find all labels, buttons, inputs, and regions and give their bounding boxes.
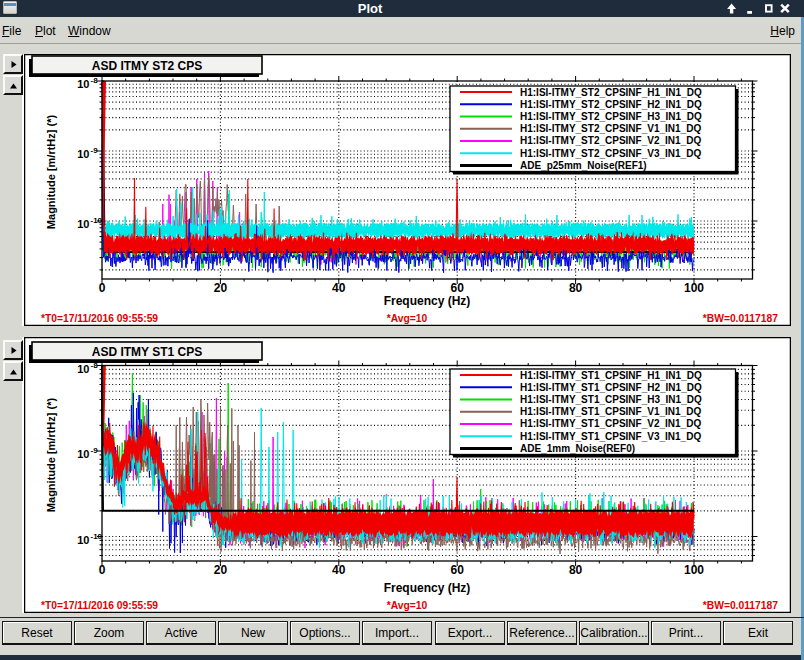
svg-text:80: 80	[569, 281, 583, 295]
svg-text:H1:ISI-ITMY_ST1_CPSINF_V3_IN1_: H1:ISI-ITMY_ST1_CPSINF_V3_IN1_DQ	[520, 431, 701, 442]
svg-text:20: 20	[214, 563, 228, 577]
svg-text:-10: -10	[91, 216, 103, 225]
svg-text:-9: -9	[91, 446, 99, 455]
svg-text:H1:ISI-ITMY_ST2_CPSINF_H2_IN1_: H1:ISI-ITMY_ST2_CPSINF_H2_IN1_DQ	[520, 99, 702, 110]
svg-text:20: 20	[214, 281, 228, 295]
svg-text:60: 60	[451, 281, 465, 295]
svg-text:H1:ISI-ITMY_ST1_CPSINF_H1_IN1_: H1:ISI-ITMY_ST1_CPSINF_H1_IN1_DQ	[520, 370, 702, 381]
svg-text:ADE_1mm_Noise(REF0): ADE_1mm_Noise(REF0)	[520, 443, 635, 454]
svg-text:0: 0	[99, 281, 106, 295]
svg-text:10: 10	[77, 448, 89, 460]
svg-text:60: 60	[451, 563, 465, 577]
svg-text:10: 10	[77, 218, 89, 230]
svg-text:100: 100	[684, 563, 704, 577]
svg-text:Magnitude [m/rtHz] (*): Magnitude [m/rtHz] (*)	[45, 115, 57, 230]
svg-text:Magnitude [m/rtHz] (*): Magnitude [m/rtHz] (*)	[45, 398, 57, 513]
svg-text:H1:ISI-ITMY_ST2_CPSINF_V3_IN1_: H1:ISI-ITMY_ST2_CPSINF_V3_IN1_DQ	[520, 148, 701, 159]
svg-text:H1:ISI-ITMY_ST1_CPSINF_H2_IN1_: H1:ISI-ITMY_ST1_CPSINF_H2_IN1_DQ	[520, 382, 702, 393]
svg-text:-10: -10	[91, 532, 103, 541]
svg-text:ADE_p25mm_Noise(REF1): ADE_p25mm_Noise(REF1)	[520, 160, 647, 171]
svg-text:0: 0	[99, 563, 106, 577]
svg-text:H1:ISI-ITMY_ST2_CPSINF_H3_IN1_: H1:ISI-ITMY_ST2_CPSINF_H3_IN1_DQ	[520, 111, 702, 122]
svg-text:H1:ISI-ITMY_ST2_CPSINF_H1_IN1_: H1:ISI-ITMY_ST2_CPSINF_H1_IN1_DQ	[520, 87, 702, 98]
svg-text:Frequency (Hz): Frequency (Hz)	[384, 294, 471, 308]
svg-text:*T0=17/11/2016 09:55:59: *T0=17/11/2016 09:55:59	[41, 600, 158, 611]
svg-text:*Avg=10: *Avg=10	[387, 600, 428, 611]
svg-text:-8: -8	[91, 76, 99, 85]
svg-text:*BW=0.0117187: *BW=0.0117187	[703, 313, 779, 324]
svg-text:H1:ISI-ITMY_ST2_CPSINF_V1_IN1_: H1:ISI-ITMY_ST2_CPSINF_V1_IN1_DQ	[520, 123, 701, 134]
svg-text:10: 10	[77, 148, 89, 160]
svg-text:H1:ISI-ITMY_ST1_CPSINF_H3_IN1_: H1:ISI-ITMY_ST1_CPSINF_H3_IN1_DQ	[520, 394, 702, 405]
svg-text:40: 40	[332, 281, 346, 295]
svg-text:*T0=17/11/2016 09:55:59: *T0=17/11/2016 09:55:59	[41, 313, 158, 324]
svg-text:10: 10	[77, 78, 89, 90]
svg-text:10: 10	[77, 534, 89, 546]
svg-text:-9: -9	[91, 146, 99, 155]
svg-text:H1:ISI-ITMY_ST2_CPSINF_V2_IN1_: H1:ISI-ITMY_ST2_CPSINF_V2_IN1_DQ	[520, 135, 701, 146]
svg-text:80: 80	[569, 563, 583, 577]
svg-text:10: 10	[77, 363, 89, 375]
svg-text:40: 40	[332, 563, 346, 577]
svg-text:-8: -8	[91, 361, 99, 370]
svg-text:H1:ISI-ITMY_ST1_CPSINF_V1_IN1_: H1:ISI-ITMY_ST1_CPSINF_V1_IN1_DQ	[520, 406, 701, 417]
svg-text:H1:ISI-ITMY_ST1_CPSINF_V2_IN1_: H1:ISI-ITMY_ST1_CPSINF_V2_IN1_DQ	[520, 418, 701, 429]
svg-text:100: 100	[684, 281, 704, 295]
svg-text:*BW=0.0117187: *BW=0.0117187	[703, 600, 779, 611]
svg-text:Frequency (Hz): Frequency (Hz)	[384, 581, 471, 595]
svg-text:*Avg=10: *Avg=10	[387, 313, 428, 324]
svg-text:ASD ITMY ST1 CPS: ASD ITMY ST1 CPS	[92, 345, 202, 359]
svg-text:ASD ITMY ST2 CPS: ASD ITMY ST2 CPS	[92, 59, 202, 73]
